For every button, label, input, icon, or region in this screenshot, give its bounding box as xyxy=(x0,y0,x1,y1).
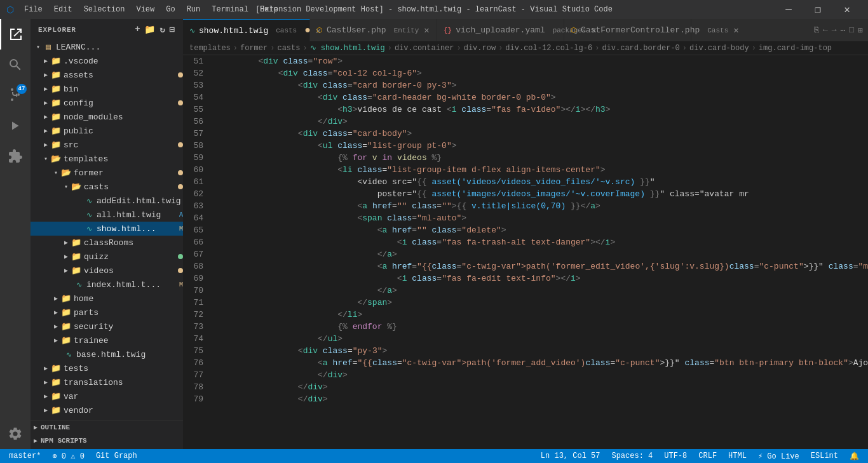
tree-videos[interactable]: ▶ 📁 videos xyxy=(31,264,183,278)
tab-show[interactable]: ∿ show.html.twig casts ● ✕ xyxy=(183,19,310,41)
activity-run[interactable] xyxy=(0,111,31,141)
code-line[interactable]: <i class="fas fa-edit text-info"></i> xyxy=(208,272,868,285)
menu-view[interactable]: View xyxy=(131,4,159,15)
status-line-ending[interactable]: CRLF xyxy=(696,452,719,460)
new-folder-icon[interactable]: 📁 xyxy=(144,24,156,35)
tab-castformer-close[interactable]: ✕ xyxy=(732,23,740,37)
code-line[interactable]: <a href="" class="">{{ v.title|slice(0,7… xyxy=(208,200,868,212)
tree-show[interactable]: ▶ ∿ show.html... M xyxy=(31,222,183,236)
bc-col[interactable]: div.col-12.col-lg-6 xyxy=(505,44,592,53)
tree-former[interactable]: ▾ 📂 former xyxy=(31,166,183,180)
tree-base[interactable]: ▶ ∿ base.html.twig xyxy=(31,347,183,361)
tree-casts[interactable]: ▾ 📂 casts xyxy=(31,180,183,194)
bc-templates[interactable]: templates xyxy=(189,44,231,53)
code-line[interactable]: </ul> xyxy=(208,333,868,345)
code-line[interactable]: <a href="{{class="c-twig-var">path('form… xyxy=(208,357,868,369)
code-line[interactable]: </a> xyxy=(208,248,868,260)
tree-classrooms[interactable]: ▶ 📁 classRooms xyxy=(31,236,183,250)
menu-go[interactable]: Go xyxy=(161,4,180,15)
tab-castuser-close[interactable]: ✕ xyxy=(423,23,430,37)
menu-terminal[interactable]: Terminal xyxy=(207,4,254,15)
code-line[interactable]: <ul class="list-group pt-0"> xyxy=(208,140,868,152)
status-live[interactable]: ⚡ Go Live xyxy=(756,452,802,461)
code-line[interactable]: <h3>videos de ce cast <i class="fas fa-v… xyxy=(208,104,868,116)
open-editors-icon[interactable]: □ xyxy=(849,25,854,35)
code-content[interactable]: <div class="row"> <div class="col-12 col… xyxy=(208,55,868,449)
code-line[interactable]: <span class="ml-auto"> xyxy=(208,212,868,224)
new-file-icon[interactable]: + xyxy=(135,24,140,35)
status-cursor[interactable]: Ln 13, Col 57 xyxy=(538,452,603,460)
tree-all[interactable]: ▶ ∿ all.html.twig A xyxy=(31,208,183,222)
status-lang[interactable]: HTML xyxy=(726,452,749,460)
maximize-button[interactable]: ❐ xyxy=(803,0,832,19)
bc-casts[interactable]: casts xyxy=(277,44,300,53)
tree-index[interactable]: ▶ ∿ index.html.t... M xyxy=(31,278,183,292)
code-line[interactable]: <div class="card border-0 py-3"> xyxy=(208,79,868,91)
code-line[interactable]: <li class="list-group-item d-flex align-… xyxy=(208,164,868,176)
code-line[interactable]: {% for v in videos %} xyxy=(208,152,868,164)
status-git[interactable]: Git Graph xyxy=(93,452,140,460)
code-line[interactable]: <div class="card-header bg-white border-… xyxy=(208,91,868,104)
bc-container[interactable]: div.container xyxy=(395,44,454,53)
status-encoding[interactable]: UTF-8 xyxy=(661,452,689,460)
code-line[interactable]: {% endfor %} xyxy=(208,321,868,333)
code-line[interactable]: </span> xyxy=(208,297,868,309)
tree-node-modules[interactable]: ▶ 📁 node_modules xyxy=(31,110,183,124)
activity-source-control[interactable]: 47 xyxy=(0,80,31,111)
activity-settings[interactable] xyxy=(0,419,31,449)
tree-parts[interactable]: ▶ 📁 parts xyxy=(31,305,183,319)
close-button[interactable]: ✕ xyxy=(832,0,862,19)
tree-home[interactable]: ▶ 📁 home xyxy=(31,292,183,305)
menu-edit[interactable]: Edit xyxy=(49,4,78,15)
code-line[interactable]: <div class="col-12 col-lg-6"> xyxy=(208,67,868,79)
status-notify[interactable]: 🔔 xyxy=(847,452,862,461)
code-line[interactable]: </div> xyxy=(208,369,868,381)
activity-explorer[interactable] xyxy=(0,19,31,50)
tree-translations[interactable]: ▶ 📁 translations xyxy=(31,375,183,389)
code-line[interactable]: <video src="{{ asset('videos/videos_vide… xyxy=(208,176,868,188)
status-eslint[interactable]: ESLint xyxy=(808,452,841,460)
collapse-icon[interactable]: ⊟ xyxy=(170,24,175,35)
code-line[interactable]: <a href="" class="delete"> xyxy=(208,224,868,236)
tree-vendor[interactable]: ▶ 📁 vendor xyxy=(31,403,183,417)
tab-vich[interactable]: {} vich_uploader.yaml packages ✕ xyxy=(437,19,564,41)
tree-quizz[interactable]: ▶ 📁 quizz xyxy=(31,250,183,264)
bc-row[interactable]: div.row xyxy=(464,44,496,53)
more-tabs-icon[interactable]: ⋯ xyxy=(841,25,846,36)
activity-extensions[interactable] xyxy=(0,141,31,171)
tree-templates[interactable]: ▾ 📂 templates xyxy=(31,152,183,166)
tree-tests[interactable]: ▶ 📁 tests xyxy=(31,361,183,375)
bc-cardbody[interactable]: div.card-body xyxy=(689,44,749,53)
bc-img[interactable]: img.card-img-top xyxy=(759,44,832,53)
split-editor-icon[interactable]: ⎘ xyxy=(814,25,819,35)
code-line[interactable]: <div class="card-body"> xyxy=(208,128,868,140)
menu-file[interactable]: File xyxy=(19,4,48,15)
layout-icon[interactable]: ⊞ xyxy=(858,25,863,36)
go-back-icon[interactable]: ← xyxy=(823,25,828,35)
minimize-button[interactable]: — xyxy=(774,0,803,19)
refresh-icon[interactable]: ↻ xyxy=(159,24,165,35)
tree-root[interactable]: ▾ ▤ LEARNC... xyxy=(31,40,183,54)
tab-castuser[interactable]: ⬡ CastUser.php Entity ✕ xyxy=(310,19,437,41)
code-line[interactable]: </div> xyxy=(208,393,868,405)
status-branch[interactable]: master* xyxy=(6,452,43,460)
tree-public[interactable]: ▶ 📁 public xyxy=(31,124,183,138)
tree-vscode[interactable]: ▶ 📁 .vscode xyxy=(31,54,183,68)
tree-src[interactable]: ▶ 📁 src xyxy=(31,138,183,152)
tree-security[interactable]: ▶ 📁 security xyxy=(31,319,183,333)
tree-bin[interactable]: ▶ 📁 bin xyxy=(31,82,183,96)
code-line[interactable]: <div class="py-3"> xyxy=(208,345,868,357)
tree-trainee[interactable]: ▶ 📁 trainee xyxy=(31,333,183,347)
code-line[interactable]: </a> xyxy=(208,285,868,297)
tree-addedit[interactable]: ▶ ∿ addEdit.html.twig xyxy=(31,194,183,208)
outline-section[interactable]: ▶ OUTLINE xyxy=(31,420,183,434)
tree-assets[interactable]: ▶ 📁 assets xyxy=(31,68,183,82)
menu-run[interactable]: Run xyxy=(182,4,206,15)
menu-selection[interactable]: Selection xyxy=(79,4,130,15)
bc-card[interactable]: div.card.border-0 xyxy=(602,44,679,53)
go-forward-icon[interactable]: → xyxy=(832,25,837,35)
code-line[interactable]: poster="{{ asset('images/videos_images/'… xyxy=(208,188,868,200)
code-line[interactable]: </li> xyxy=(208,309,868,321)
code-line[interactable]: <a href="{{class="c-twig-var">path('form… xyxy=(208,260,868,272)
activity-search[interactable] xyxy=(0,50,31,80)
